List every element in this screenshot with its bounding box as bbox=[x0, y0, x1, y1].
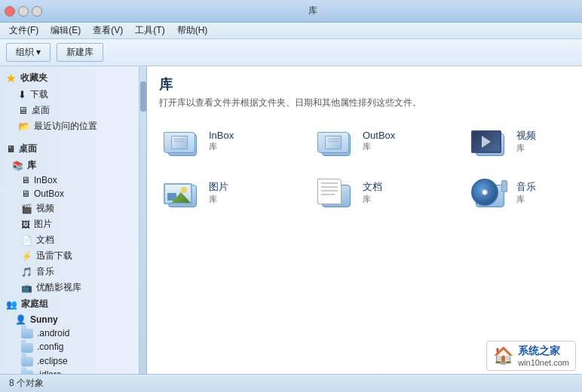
desktop-folder-icon: 🖥 bbox=[6, 144, 15, 155]
toolbar: 组织 ▾ 新建库 bbox=[0, 39, 582, 66]
main-container: ★ 收藏夹 ⬇ 下载 🖥 桌面 📂 最近访问的位置 🖥 桌面 bbox=[0, 66, 582, 374]
eclipse-folder-icon bbox=[21, 356, 33, 366]
picture-name: 图片 bbox=[209, 180, 290, 194]
menu-edit[interactable]: 编辑(E) bbox=[44, 23, 87, 38]
sidebar-item-music[interactable]: 🎵 音乐 bbox=[9, 264, 139, 280]
sidebar-scrollbar[interactable] bbox=[139, 66, 147, 374]
sidebar-item-config[interactable]: .config bbox=[9, 340, 139, 354]
outbox-icon bbox=[317, 126, 355, 156]
content-area: 库 打开库以查看文件并根据文件夹、日期和其他属性排列这些文件。 bbox=[147, 66, 582, 374]
maximize-button[interactable] bbox=[32, 6, 42, 17]
scroll-thumb bbox=[140, 81, 146, 112]
menu-view[interactable]: 查看(V) bbox=[87, 23, 129, 38]
music-lib-icon bbox=[471, 177, 509, 207]
music-type: 库 bbox=[516, 194, 582, 205]
menu-file[interactable]: 文件(F) bbox=[3, 23, 44, 38]
organize-button[interactable]: 组织 ▾ bbox=[6, 43, 51, 62]
library-item-music[interactable]: 音乐 库 bbox=[467, 173, 582, 212]
music-name: 音乐 bbox=[516, 180, 582, 194]
outbox-sidebar-icon: 🖥 bbox=[21, 188, 30, 199]
new-library-button[interactable]: 新建库 bbox=[57, 43, 103, 62]
video-label: 视频 库 bbox=[516, 129, 582, 154]
picture-lib-icon bbox=[164, 177, 201, 207]
outbox-type: 库 bbox=[363, 141, 444, 152]
status-bar: 8 个对象 bbox=[0, 374, 582, 392]
library-item-outbox[interactable]: OutBox 库 bbox=[313, 121, 449, 161]
sidebar-item-thunder[interactable]: ⚡ 迅雷下载 bbox=[9, 248, 139, 264]
sidebar-item-download[interactable]: ⬇ 下载 bbox=[0, 87, 139, 103]
video-sidebar-icon: 🎬 bbox=[21, 204, 32, 214]
content-title: 库 bbox=[159, 75, 570, 93]
user-section: 👤 Sunny .android .config .eclipse bbox=[0, 313, 139, 374]
library-item-document[interactable]: 文档 库 bbox=[313, 173, 449, 212]
picture-sidebar-icon: 🖼 bbox=[21, 219, 30, 230]
family-group[interactable]: 👥 家庭组 bbox=[0, 296, 139, 313]
sidebar-user-sunny[interactable]: 👤 Sunny bbox=[9, 313, 139, 326]
desktop-fav-icon: 🖥 bbox=[18, 105, 28, 116]
inbox-name: InBox bbox=[209, 130, 290, 141]
library-root-icon: 📚 bbox=[12, 161, 23, 171]
sidebar-item-picture[interactable]: 🖼 图片 bbox=[9, 216, 139, 232]
content-description: 打开库以查看文件并根据文件夹、日期和其他属性排列这些文件。 bbox=[159, 96, 570, 109]
family-icon: 👥 bbox=[6, 299, 17, 310]
document-lib-icon bbox=[317, 177, 355, 207]
picture-type: 库 bbox=[209, 194, 290, 205]
idlerc-folder-icon bbox=[21, 369, 33, 374]
sidebar-item-youku[interactable]: 📺 优酷影视库 bbox=[9, 280, 139, 296]
window-title: 库 bbox=[48, 5, 577, 17]
library-item-inbox[interactable]: InBox 库 bbox=[159, 121, 295, 161]
library-grid: InBox 库 OutBox bbox=[159, 121, 570, 212]
window-controls[interactable] bbox=[5, 6, 42, 17]
desktop-group[interactable]: 🖥 桌面 bbox=[0, 140, 139, 158]
menu-bar: 文件(F) 编辑(E) 查看(V) 工具(T) 帮助(H) bbox=[0, 23, 582, 39]
watermark-site: win10net.com bbox=[518, 358, 569, 367]
library-item-picture[interactable]: 图片 库 bbox=[159, 173, 295, 212]
document-name: 文档 bbox=[363, 180, 444, 194]
video-type: 库 bbox=[516, 142, 582, 154]
watermark-brand: 系统之家 bbox=[518, 345, 569, 358]
library-item-video[interactable]: 视频 库 bbox=[467, 121, 582, 161]
user-icon: 👤 bbox=[15, 314, 26, 325]
favorites-section: ★ 收藏夹 ⬇ 下载 🖥 桌面 📂 最近访问的位置 bbox=[0, 66, 139, 137]
document-label: 文档 库 bbox=[363, 180, 444, 205]
sidebar-item-document[interactable]: 📄 文档 bbox=[9, 232, 139, 248]
video-lib-icon bbox=[471, 126, 509, 156]
sidebar-item-outbox[interactable]: 🖥 OutBox bbox=[9, 187, 139, 201]
sidebar-item-desktop-fav[interactable]: 🖥 桌面 bbox=[0, 103, 139, 118]
music-sidebar-icon: 🎵 bbox=[21, 267, 32, 277]
watermark: 🏠 系统之家 win10net.com bbox=[486, 341, 576, 371]
status-text: 8 个对象 bbox=[9, 377, 44, 390]
android-folder-icon bbox=[21, 328, 33, 338]
outbox-label: OutBox 库 bbox=[363, 130, 444, 152]
inbox-type: 库 bbox=[209, 141, 290, 152]
sidebar-item-eclipse[interactable]: .eclipse bbox=[9, 354, 139, 368]
document-type: 库 bbox=[363, 194, 444, 205]
sidebar-item-inbox[interactable]: 🖥 InBox bbox=[9, 173, 139, 187]
close-button[interactable] bbox=[5, 6, 15, 17]
desktop-section: 🖥 桌面 📚 库 🖥 InBox 🖥 OutBox 🎬 bbox=[0, 137, 139, 374]
title-bar: 库 bbox=[0, 0, 582, 23]
inbox-icon bbox=[164, 126, 201, 156]
favorites-label: 收藏夹 bbox=[20, 72, 47, 84]
document-sidebar-icon: 📄 bbox=[21, 235, 32, 246]
sidebar-library-root[interactable]: 📚 库 bbox=[9, 158, 139, 173]
library-group: 📚 库 🖥 InBox 🖥 OutBox 🎬 视频 🖼 图片 bbox=[0, 158, 139, 296]
sidebar-item-video[interactable]: 🎬 视频 bbox=[9, 201, 139, 216]
star-icon: ★ bbox=[6, 72, 16, 84]
inbox-label: InBox 库 bbox=[209, 130, 290, 152]
minimize-button[interactable] bbox=[18, 6, 29, 17]
config-folder-icon bbox=[21, 341, 33, 352]
sidebar-item-android[interactable]: .android bbox=[9, 326, 139, 340]
menu-help[interactable]: 帮助(H) bbox=[171, 23, 214, 38]
recent-icon: 📂 bbox=[18, 121, 30, 132]
inbox-sidebar-icon: 🖥 bbox=[21, 175, 30, 185]
watermark-house-icon: 🏠 bbox=[493, 346, 513, 366]
sidebar: ★ 收藏夹 ⬇ 下载 🖥 桌面 📂 最近访问的位置 🖥 桌面 bbox=[0, 66, 139, 374]
thunder-sidebar-icon: ⚡ bbox=[21, 251, 32, 262]
favorites-group[interactable]: ★ 收藏夹 bbox=[0, 69, 139, 87]
picture-label: 图片 库 bbox=[209, 180, 290, 205]
menu-tools[interactable]: 工具(T) bbox=[129, 23, 170, 38]
sidebar-item-recent[interactable]: 📂 最近访问的位置 bbox=[0, 118, 139, 134]
sidebar-item-idlerc[interactable]: .idlerc bbox=[9, 368, 139, 374]
music-label: 音乐 库 bbox=[516, 180, 582, 205]
